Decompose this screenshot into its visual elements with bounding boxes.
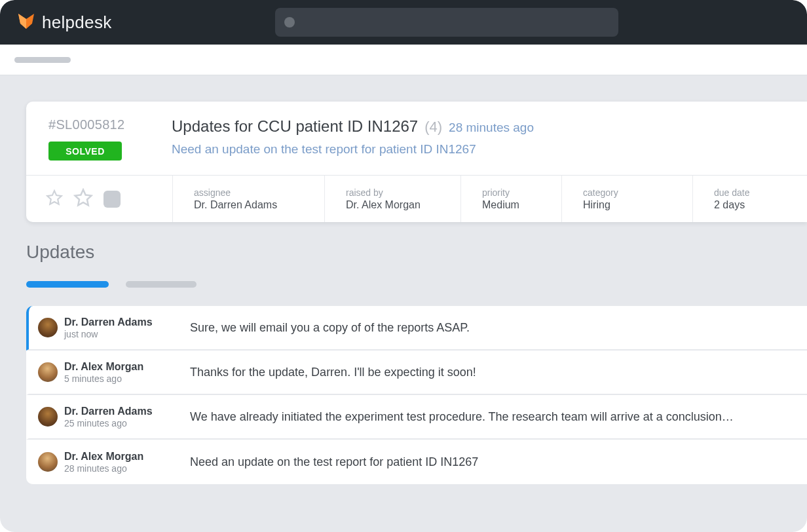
update-time: just now (64, 329, 190, 339)
meta-value: Dr. Darren Adams (194, 199, 324, 211)
meta-label: assignee (194, 187, 324, 198)
search-placeholder-icon (284, 17, 295, 28)
update-row[interactable]: Dr. Alex Morgan 5 minutes ago Thanks for… (26, 351, 807, 395)
meta-raised-by[interactable]: raised by Dr. Alex Morgan (325, 176, 461, 222)
ticket-reply-count: (4) (424, 119, 442, 136)
ticket-description: Need an update on the test report for pa… (172, 142, 807, 157)
breadcrumb-bar (0, 45, 807, 75)
search-input[interactable] (275, 8, 618, 37)
top-bar: helpdesk (0, 0, 807, 45)
update-message: We have already initiated the experiment… (190, 410, 807, 424)
update-time: 28 minutes ago (64, 463, 190, 474)
meta-label: due date (714, 187, 807, 198)
update-time: 25 minutes ago (64, 418, 190, 428)
avatar (38, 407, 58, 427)
status-badge: SOLVED (48, 142, 122, 161)
brand[interactable]: helpdesk (17, 12, 111, 33)
updates-tabs (26, 281, 781, 288)
update-message: Need an update on the test report for pa… (190, 455, 807, 469)
update-author: Dr. Alex Morgan (64, 361, 190, 373)
meta-value: Dr. Alex Morgan (346, 199, 460, 211)
ticket-id: #SL0005812 (48, 117, 145, 132)
meta-label: raised by (346, 187, 460, 198)
meta-priority[interactable]: priority Medium (461, 176, 562, 222)
avatar (38, 452, 58, 472)
update-row[interactable]: Dr. Darren Adams just now Sure, we will … (26, 306, 807, 351)
star-outline-icon[interactable] (73, 188, 93, 210)
star-outline-icon[interactable] (46, 189, 63, 209)
meta-due-date[interactable]: due date 2 days (693, 176, 807, 222)
avatar (38, 318, 58, 337)
tab-active-pill[interactable] (26, 281, 109, 288)
meta-label: priority (482, 187, 561, 198)
ticket-time: 28 minutes ago (449, 121, 534, 135)
ticket-title: Updates for CCU patient ID IN1267 (172, 117, 418, 136)
meta-assignee[interactable]: assignee Dr. Darren Adams (173, 176, 325, 222)
meta-value: 2 days (714, 199, 807, 211)
ticket-actions (26, 176, 173, 222)
meta-category[interactable]: category Hiring (562, 176, 693, 222)
update-message: Thanks for the update, Darren. I'll be e… (190, 366, 807, 379)
tab-inactive-pill[interactable] (126, 281, 197, 288)
updates-heading: Updates (26, 242, 781, 263)
app-frame: helpdesk #SL0005812 SOLVED Updates for C… (0, 0, 807, 532)
updates-list: Dr. Darren Adams just now Sure, we will … (26, 306, 807, 484)
update-author: Dr. Darren Adams (64, 406, 190, 417)
fox-logo-icon (17, 12, 35, 32)
update-row[interactable]: Dr. Alex Morgan 28 minutes ago Need an u… (26, 440, 807, 484)
update-author: Dr. Darren Adams (64, 316, 190, 328)
breadcrumb-placeholder (14, 57, 71, 63)
meta-value: Medium (482, 199, 561, 211)
update-row[interactable]: Dr. Darren Adams 25 minutes ago We have … (26, 395, 807, 440)
meta-value: Hiring (583, 199, 692, 211)
action-chip[interactable] (103, 191, 121, 208)
avatar (38, 362, 58, 382)
ticket-card: #SL0005812 SOLVED Updates for CCU patien… (26, 102, 807, 222)
update-author: Dr. Alex Morgan (64, 451, 190, 463)
brand-name: helpdesk (42, 12, 111, 33)
update-time: 5 minutes ago (64, 373, 190, 384)
update-message: Sure, we will email you a copy of of the… (190, 321, 807, 335)
meta-label: category (583, 187, 692, 198)
ticket-meta-row: assignee Dr. Darren Adams raised by Dr. … (26, 175, 807, 222)
